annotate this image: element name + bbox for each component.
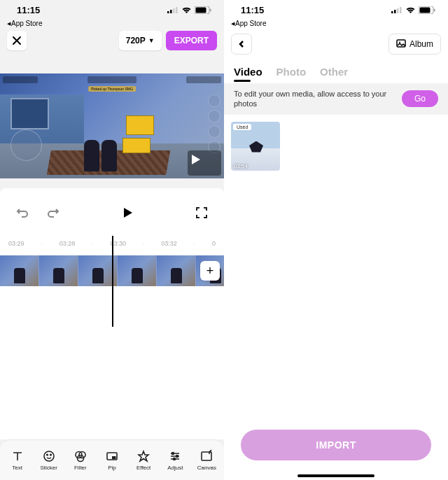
filter-icon: [74, 449, 88, 463]
resolution-selector[interactable]: 720P ▼: [119, 31, 162, 50]
timeline-frame[interactable]: [118, 255, 157, 286]
svg-rect-22: [400, 7, 402, 13]
toolbar-sticker[interactable]: Sticker: [34, 449, 64, 471]
svg-rect-3: [176, 7, 178, 13]
wifi-icon: [405, 6, 416, 14]
fullscreen-button[interactable]: [193, 204, 210, 221]
svg-rect-25: [434, 8, 435, 11]
editor-toolbar: Text Sticker Filter Pip Effect Adjust Ca…: [0, 439, 224, 480]
battery-icon: [419, 6, 435, 14]
svg-rect-6: [210, 8, 211, 11]
svg-rect-21: [397, 8, 399, 13]
video-preview[interactable]: Picked up Thompson SMG: [0, 73, 224, 178]
tab-video[interactable]: Video: [234, 66, 262, 78]
status-icons: [391, 6, 435, 14]
signal-icon: [391, 6, 402, 13]
status-bar: 11:15: [224, 0, 448, 20]
permission-go-button[interactable]: Go: [402, 90, 438, 107]
back-button[interactable]: [231, 34, 252, 55]
svg-rect-5: [196, 7, 206, 13]
album-label: Album: [410, 39, 433, 49]
wifi-icon: [181, 6, 192, 14]
svg-point-16: [176, 456, 178, 458]
svg-rect-20: [394, 10, 396, 13]
permission-prompt: To edit your own media, allow access to …: [224, 83, 448, 115]
svg-rect-24: [420, 7, 430, 13]
tab-other[interactable]: Other: [320, 66, 348, 78]
timeline-frame[interactable]: [39, 255, 78, 286]
signal-icon: [167, 6, 178, 13]
svg-point-9: [50, 454, 51, 456]
back-to-app-store[interactable]: App Store: [0, 20, 224, 29]
play-button[interactable]: [119, 204, 136, 221]
timeline[interactable]: +: [0, 250, 224, 292]
toolbar-adjust[interactable]: Adjust: [160, 449, 190, 471]
battery-icon: [195, 6, 211, 14]
album-icon: [396, 38, 406, 50]
pip-icon: [105, 449, 119, 463]
used-badge: Used: [233, 124, 251, 130]
sticker-icon: [42, 449, 56, 463]
redo-button[interactable]: [45, 204, 62, 221]
media-topbar: Album: [224, 29, 448, 59]
effect-icon: [136, 449, 150, 463]
tab-photo[interactable]: Photo: [276, 66, 307, 78]
status-bar: 11:15: [0, 0, 224, 20]
svg-rect-26: [397, 40, 405, 47]
playhead[interactable]: [112, 236, 113, 327]
toolbar-filter[interactable]: Filter: [65, 449, 95, 471]
adjust-icon: [168, 449, 182, 463]
media-gallery: Used 03:54: [224, 115, 448, 178]
svg-point-15: [172, 453, 174, 455]
close-button[interactable]: [7, 31, 27, 50]
svg-rect-2: [173, 8, 175, 13]
svg-rect-19: [391, 11, 393, 13]
media-thumbnail[interactable]: Used 03:54: [231, 122, 280, 171]
svg-rect-1: [170, 10, 172, 13]
toolbar-canvas[interactable]: Canvas: [192, 449, 222, 471]
svg-rect-14: [112, 456, 116, 459]
album-button[interactable]: Album: [388, 34, 441, 55]
text-icon: [10, 449, 24, 463]
resolution-value: 720P: [126, 36, 146, 45]
canvas-icon: [200, 449, 214, 463]
export-button[interactable]: EXPORT: [166, 31, 217, 50]
player-controls: [0, 188, 224, 237]
svg-point-17: [174, 458, 176, 460]
toolbar-text[interactable]: Text: [2, 449, 32, 471]
media-tabs: Video Photo Other: [224, 59, 448, 83]
game-pickup-tag: Picked up Thompson SMG: [88, 86, 136, 92]
toolbar-effect[interactable]: Effect: [129, 449, 159, 471]
status-time: 11:15: [241, 5, 264, 15]
home-indicator[interactable]: [298, 474, 374, 477]
chevron-down-icon: ▼: [148, 37, 155, 44]
svg-point-8: [46, 454, 48, 456]
toolbar-pip[interactable]: Pip: [97, 449, 127, 471]
svg-point-7: [44, 451, 54, 461]
undo-button[interactable]: [14, 204, 31, 221]
editor-topbar: 720P ▼ EXPORT: [0, 29, 224, 52]
add-clip-button[interactable]: +: [200, 261, 220, 281]
timeline-frame[interactable]: [0, 255, 39, 286]
import-button[interactable]: IMPORT: [241, 430, 431, 460]
status-icons: [167, 6, 211, 14]
status-time: 11:15: [17, 5, 40, 15]
timeline-frame[interactable]: [157, 255, 196, 286]
svg-rect-0: [167, 11, 169, 13]
back-to-app-store[interactable]: App Store: [224, 20, 448, 29]
svg-rect-18: [202, 452, 211, 460]
clip-duration: 03:54: [234, 163, 248, 169]
permission-text: To edit your own media, allow access to …: [234, 89, 395, 109]
